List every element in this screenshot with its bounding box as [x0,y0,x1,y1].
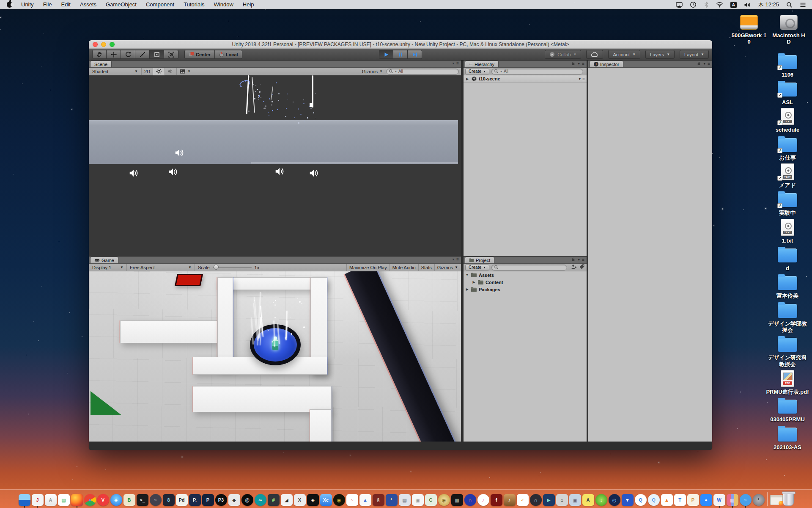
dock-icon-frames[interactable]: ▣ [412,494,424,506]
desktop-icon[interactable]: d [765,246,809,271]
window-title-bar[interactable]: Unity 2018.4.32f1 Personal - [PREVIEW PA… [89,40,712,49]
desktop-icon[interactable]: ↗ メアド [765,163,809,188]
rect-tool-button[interactable] [150,50,164,59]
dock-item[interactable]: J [32,494,44,506]
notification-center-icon[interactable] [800,2,806,8]
dock-icon-squiggle-app[interactable]: ~ [150,494,162,506]
zoom-button[interactable] [110,42,115,47]
desktop-icon[interactable]: 1.txt [765,219,809,244]
audio-source-gizmo-icon[interactable] [129,168,139,178]
dock-item[interactable]: f [491,494,502,506]
spotlight-icon[interactable] [786,2,793,8]
mute-audio-button[interactable]: Mute Audio [390,264,418,271]
desktop-icon[interactable]: ↗ お仕事 [765,136,809,161]
dock-item[interactable]: ▣ [412,494,424,506]
dock-item[interactable]: ▲ [661,494,673,506]
dock-item[interactable]: Pd [176,494,188,506]
dock-icon-jedit[interactable]: J [32,494,44,506]
move-tool-button[interactable] [107,50,121,59]
transform-tool-button[interactable] [164,50,178,59]
audio-source-gizmo-icon[interactable] [174,148,184,158]
dock-icon-orange-check[interactable]: ✓ [517,494,529,506]
dock-icon-app-note[interactable]: A [582,494,594,506]
trash-icon[interactable] [783,493,794,506]
game-viewport[interactable] [89,271,461,442]
project-tree-row[interactable]: ▼ Assets [464,271,587,279]
dock-icon-quicktime7[interactable]: Q [648,494,660,506]
dock-item[interactable]: ↓ [595,494,607,506]
tab-project[interactable]: Project [465,257,494,263]
dock-item[interactable]: ◆ [228,494,240,506]
dock-icon-vlc[interactable]: ▲ [661,494,673,506]
dock-item[interactable]: ◉ [438,494,450,506]
audio-source-gizmo-icon[interactable] [168,167,178,177]
dock-item[interactable]: C [425,494,437,506]
volume-icon[interactable] [744,2,751,8]
dock-icon-terminal[interactable]: >_ [137,494,148,506]
dock-icon-wave-shield[interactable]: ~ [346,494,358,506]
account-dropdown[interactable]: Account▼ [608,50,640,59]
tab-scene[interactable]: Scene [90,61,112,67]
dock-item[interactable]: Q [648,494,660,506]
dock-icon-system-prefs[interactable]: * [753,494,765,506]
dock-item[interactable]: ◈ [307,494,319,506]
dock-icon-audacity[interactable]: ∩ [464,494,476,506]
dock-icon-piano[interactable]: ▥ [451,494,463,506]
scene-row-menu[interactable]: ▼≡ [578,77,585,81]
desktop-icon[interactable]: 500GBwork 10 [731,14,767,45]
dock-icon-blue-book[interactable]: * [386,494,398,506]
desktop-icon[interactable]: 202103-AS [765,425,809,450]
dock-item[interactable]: B [123,494,135,506]
dock-item[interactable]: V [97,494,109,506]
dock-icon-wifi-app[interactable]: ~ [740,494,752,506]
search-by-type-button[interactable] [571,264,577,271]
dock-item[interactable]: ◎ [609,494,620,506]
dock-item[interactable]: ▥ [451,494,463,506]
desktop-icon[interactable]: ↗ 1106 [765,53,809,78]
hand-tool-button[interactable] [92,50,107,59]
menu-item[interactable]: Tutorials [179,0,209,9]
dock-item[interactable]: @ [241,494,253,506]
dock-item[interactable]: ~ [150,494,162,506]
dock-icon-xquartz[interactable]: X [294,494,306,506]
dock-item[interactable]: ⌂ [556,494,568,506]
game-gizmos-dropdown[interactable]: Gizmos▼ [434,264,461,271]
dock-item[interactable]: ✓ [517,494,529,506]
desktop-icon[interactable]: 030405PRMU [765,398,809,422]
effects-toggle-button[interactable]: ▼ [176,68,193,75]
dock-item[interactable]: ∞ [255,494,266,506]
dock-item[interactable]: ▤ [58,494,70,506]
dock-item[interactable]: X [294,494,306,506]
sprite-handle[interactable] [310,103,313,107]
layers-dropdown[interactable]: Layers▼ [645,50,675,59]
dock-icon-white-ramp[interactable]: ◢ [281,494,293,506]
dock-icon-text-editor[interactable]: A [45,494,57,506]
tab-inspector[interactable]: i Inspector [590,61,623,67]
dock-item[interactable]: ♪ [504,494,516,506]
dock-icon-audio-strip[interactable]: ▥ [727,494,738,506]
dock-item[interactable]: T [674,494,686,506]
dock-item[interactable]: A [582,494,594,506]
dock-icon-processing[interactable]: P [202,494,214,506]
desktop-icon[interactable]: 宮本伶美 [765,274,809,299]
dock-icon-finder[interactable] [19,494,30,506]
dock-item[interactable]: ▤ [399,494,411,506]
pivot-local-button[interactable]: Local [215,50,242,59]
hierarchy-panel-menu[interactable]: ▼≡ [571,61,584,66]
wifi-icon[interactable] [716,2,723,8]
dock-item[interactable]: * [386,494,398,506]
maximize-on-play-button[interactable]: Maximize On Play [346,264,390,271]
dock-icon-vivaldi[interactable]: V [97,494,109,506]
menu-item[interactable]: File [38,0,57,9]
step-button[interactable] [408,50,422,59]
dock-item[interactable]: # [268,494,280,506]
display-dropdown[interactable]: Display 1▼ [89,264,126,271]
disclosure-arrow-icon[interactable]: ▼ [465,273,469,277]
project-tree-row[interactable]: ▶ Packages [464,286,587,293]
desktop-icon[interactable]: ↗ 実験中 [765,191,809,216]
scene-root-row[interactable]: ▶ t10-scene ▼≡ [464,75,587,83]
2d-toggle-button[interactable]: 2D [141,68,153,75]
dock-icon-vintage-machine[interactable]: § [373,494,384,506]
dock-icon-garageband[interactable]: ♪ [504,494,516,506]
search-by-label-button[interactable] [579,264,585,271]
